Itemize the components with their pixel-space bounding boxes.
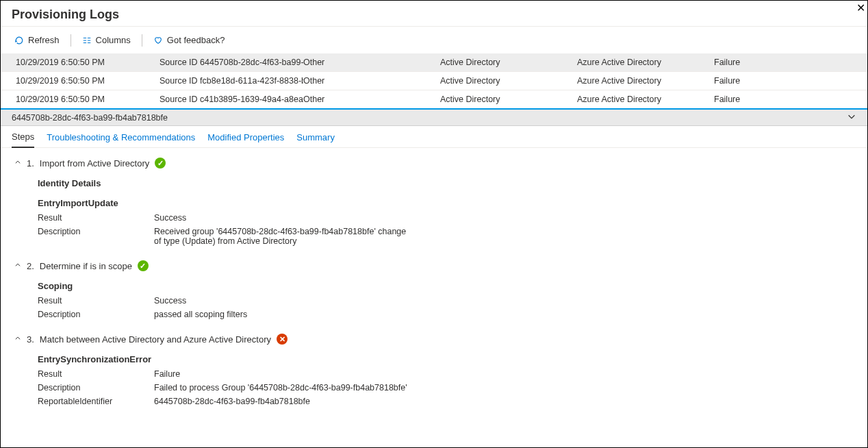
tab-steps[interactable]: Steps	[12, 132, 34, 148]
table-row[interactable]: 10/29/2019 6:50:50 PM Source ID 6445708b…	[1, 53, 867, 72]
chevron-up-icon	[14, 159, 21, 167]
step-title: Import from Active Directory	[40, 158, 149, 169]
cell-status: Failure	[714, 58, 810, 67]
table-row[interactable]: 10/29/2019 6:50:50 PM Source ID c41b3895…	[1, 90, 867, 109]
kv-row: Result Success	[38, 294, 854, 308]
success-icon: ✓	[138, 260, 149, 271]
step-subhead: EntrySynchronizationError	[38, 354, 854, 364]
kv-val: Success	[154, 296, 414, 306]
kv-key: Description	[38, 383, 154, 393]
cell-tgt-sys: Azure Active Directory	[577, 95, 714, 104]
divider	[71, 34, 71, 47]
feedback-label: Got feedback?	[167, 35, 225, 45]
step-number: 1.	[27, 158, 34, 169]
cell-source: Source ID c41b3895-1639-49a4-a8ea-466	[159, 95, 303, 104]
kv-key: Result	[38, 369, 154, 379]
step-subhead: EntryImportUpdate	[38, 198, 854, 208]
heart-icon	[153, 36, 163, 45]
columns-button[interactable]: Columns	[75, 32, 138, 48]
refresh-label: Refresh	[28, 35, 60, 45]
cell-action: Other	[303, 76, 440, 86]
columns-icon	[82, 36, 92, 45]
cell-date: 10/29/2019 6:50:50 PM	[16, 58, 159, 67]
step-title: Match between Active Directory and Azure…	[40, 334, 271, 345]
step-subhead: Scoping	[38, 281, 854, 291]
kv-key: ReportableIdentifier	[38, 397, 154, 406]
kv-val: Failed to process Group '6445708b-28dc-4…	[154, 383, 414, 393]
cell-status: Failure	[714, 76, 810, 86]
cell-src-sys: Active Directory	[440, 76, 577, 86]
chevron-up-icon	[14, 335, 21, 343]
kv-row: Description passed all scoping filters	[38, 308, 854, 321]
cell-action: Other	[303, 58, 440, 67]
kv-val: passed all scoping filters	[154, 310, 414, 319]
kv-key: Result	[38, 296, 154, 306]
step-header[interactable]: 2. Determine if is in scope ✓	[14, 260, 854, 271]
close-icon[interactable]: ✕	[856, 1, 865, 14]
step-header[interactable]: 3. Match between Active Directory and Az…	[14, 334, 854, 345]
tabs: Steps Troubleshooting & Recommendations …	[1, 126, 867, 148]
refresh-icon	[14, 36, 24, 45]
table-row[interactable]: 10/29/2019 6:50:50 PM Source ID fcb8e18d…	[1, 72, 867, 90]
page-header: Provisioning Logs	[1, 1, 867, 27]
cell-source: Source ID 6445708b-28dc-4f63-ba99-fb4	[159, 58, 303, 67]
detail-header[interactable]: 6445708b-28dc-4f63-ba99-fb4ab7818bfe	[1, 110, 867, 126]
cell-status: Failure	[714, 95, 810, 104]
feedback-button[interactable]: Got feedback?	[146, 32, 232, 48]
cell-src-sys: Active Directory	[440, 58, 577, 67]
kv-key: Description	[38, 227, 154, 246]
step-item: 1. Import from Active Directory ✓ Identi…	[14, 158, 854, 248]
tab-troubleshooting[interactable]: Troubleshooting & Recommendations	[47, 132, 195, 147]
log-table: 10/29/2019 6:50:50 PM Source ID 6445708b…	[1, 53, 867, 109]
kv-row: Result Failure	[38, 367, 854, 381]
step-number: 3.	[27, 334, 34, 345]
detail-id: 6445708b-28dc-4f63-ba99-fb4ab7818bfe	[12, 113, 168, 123]
refresh-button[interactable]: Refresh	[8, 32, 66, 48]
divider	[142, 34, 142, 47]
columns-label: Columns	[96, 35, 131, 45]
cell-tgt-sys: Azure Active Directory	[577, 58, 714, 67]
page-title: Provisioning Logs	[12, 8, 119, 22]
step-body: Identity Details EntryImportUpdate Resul…	[38, 178, 854, 248]
step-number: 2.	[27, 261, 34, 271]
step-subhead: Identity Details	[38, 178, 854, 188]
chevron-up-icon	[14, 262, 21, 270]
kv-row: Result Success	[38, 211, 854, 225]
cell-tgt-sys: Azure Active Directory	[577, 76, 714, 86]
error-icon: ✕	[277, 334, 288, 345]
step-item: 2. Determine if is in scope ✓ Scoping Re…	[14, 260, 854, 321]
chevron-down-icon	[847, 112, 856, 123]
kv-key: Result	[38, 213, 154, 223]
detail-content: 1. Import from Active Directory ✓ Identi…	[1, 148, 867, 443]
kv-val: Received group '6445708b-28dc-4f63-ba99-…	[154, 227, 414, 246]
step-title: Determine if is in scope	[40, 261, 132, 271]
kv-val: Success	[154, 213, 414, 223]
kv-row: Description Received group '6445708b-28d…	[38, 225, 854, 248]
cell-source: Source ID fcb8e18d-611a-423f-8838-b9d	[159, 76, 303, 86]
success-icon: ✓	[155, 158, 166, 169]
step-item: 3. Match between Active Directory and Az…	[14, 334, 854, 408]
kv-row: Description Failed to process Group '644…	[38, 381, 854, 395]
step-body: Scoping Result Success Description passe…	[38, 281, 854, 321]
tab-modified-properties[interactable]: Modified Properties	[207, 132, 284, 147]
cell-action: Other	[303, 95, 440, 104]
kv-val: 6445708b-28dc-4f63-ba99-fb4ab7818bfe	[154, 397, 414, 406]
kv-val: Failure	[154, 369, 414, 379]
toolbar: Refresh Columns Got feedback?	[1, 27, 867, 53]
step-body: EntrySynchronizationError Result Failure…	[38, 354, 854, 408]
step-header[interactable]: 1. Import from Active Directory ✓	[14, 158, 854, 169]
cell-src-sys: Active Directory	[440, 95, 577, 104]
cell-date: 10/29/2019 6:50:50 PM	[16, 95, 159, 104]
kv-key: Description	[38, 310, 154, 319]
kv-row: ReportableIdentifier 6445708b-28dc-4f63-…	[38, 395, 854, 408]
tab-summary[interactable]: Summary	[296, 132, 335, 147]
cell-date: 10/29/2019 6:50:50 PM	[16, 76, 159, 86]
